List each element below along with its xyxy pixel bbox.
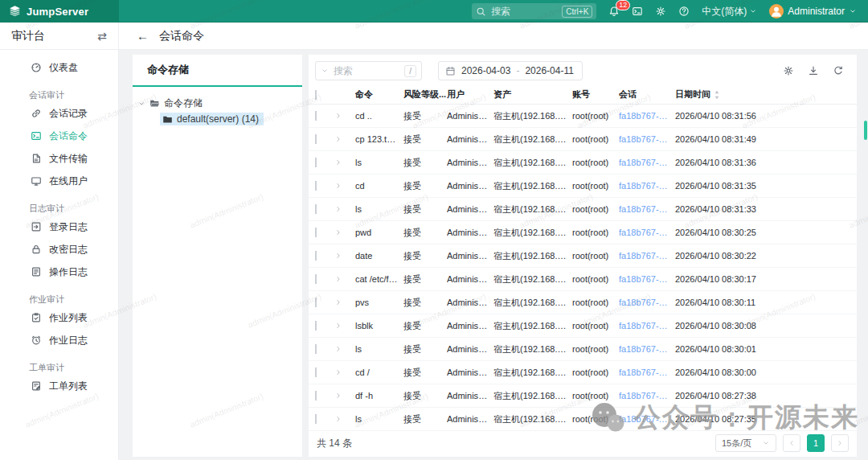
row-checkbox[interactable] <box>315 181 317 191</box>
cell-asset: 宿主机(192.168.2.5) <box>493 133 572 146</box>
language-selector[interactable]: 中文(简体) <box>702 5 757 18</box>
table-row: cd / 接受 Administrat... 宿主机(192.168.2.5) … <box>309 361 857 384</box>
row-expand-chevron-icon[interactable] <box>334 392 355 400</box>
row-expand-chevron-icon[interactable] <box>334 182 355 190</box>
cell-session-link[interactable]: fa18b767-d... <box>619 158 675 167</box>
settings-button[interactable] <box>655 6 666 17</box>
row-checkbox[interactable] <box>315 111 317 121</box>
row-checkbox[interactable] <box>315 298 317 307</box>
table-row: pwd 接受 Administrat... 宿主机(192.168.2.5) r… <box>309 221 857 244</box>
chevron-down-icon <box>849 7 857 15</box>
cell-user: Administrat... <box>447 368 493 377</box>
sidebar-item-password-log[interactable]: 改密日志 <box>0 238 118 261</box>
cell-session-link[interactable]: fa18b767-d... <box>619 204 675 214</box>
row-expand-chevron-icon[interactable] <box>334 415 355 423</box>
sidebar-item-ticket-list[interactable]: 工单列表 <box>0 375 118 397</box>
cell-account: root(root) <box>572 134 619 144</box>
console-switch-icon[interactable]: ⇄ <box>97 30 107 43</box>
cell-session-link[interactable]: fa18b767-d... <box>619 298 675 307</box>
row-expand-chevron-icon[interactable] <box>334 158 355 166</box>
date-range-picker[interactable]: 2026-04-03 - 2026-04-11 <box>438 61 583 80</box>
row-expand-chevron-icon[interactable] <box>334 298 355 306</box>
table-search-input[interactable]: 搜索 / <box>315 61 422 80</box>
sidebar-item-session-link[interactable]: 会话记录 <box>0 102 118 125</box>
cell-session-link[interactable]: fa18b767-d... <box>619 274 675 284</box>
sidebar-item-operation-log[interactable]: 操作日志 <box>0 261 118 283</box>
tree-node-root[interactable]: 命令存储 <box>137 97 297 110</box>
cell-risk: 接受 <box>403 110 447 122</box>
row-checkbox[interactable] <box>315 274 317 284</box>
tree-node-default-server[interactable]: default(server) (14) <box>160 113 264 125</box>
sidebar-item-job-log[interactable]: 作业日志 <box>0 329 118 351</box>
sidebar-item-file-transfer[interactable]: 文件传输 <box>0 147 118 170</box>
brand-logo[interactable]: JumpServer <box>0 0 119 23</box>
row-expand-chevron-icon[interactable] <box>334 322 355 330</box>
row-checkbox[interactable] <box>315 251 317 261</box>
avatar <box>769 4 784 18</box>
cell-command: lsblk <box>355 321 403 331</box>
cell-datetime: 2026/04/10 08:30:00 <box>675 368 850 377</box>
row-checkbox[interactable] <box>315 344 317 354</box>
next-page-button[interactable] <box>831 434 849 452</box>
row-expand-chevron-icon[interactable] <box>334 112 355 120</box>
sidebar-item-online-users[interactable]: 在线用户 <box>0 170 118 192</box>
prev-page-button[interactable] <box>783 434 800 452</box>
sidebar-item-dashboard[interactable]: 仪表盘 <box>0 56 118 79</box>
cell-session-link[interactable]: fa18b767-d... <box>619 251 675 261</box>
cell-session-link[interactable]: fa18b767-d... <box>619 391 675 400</box>
sidebar-item-session-command[interactable]: 会话命令 <box>0 125 118 147</box>
sidebar-item-job-list[interactable]: 作业列表 <box>0 306 118 329</box>
cell-session-link[interactable]: fa18b767-d... <box>619 181 675 191</box>
row-expand-chevron-icon[interactable] <box>334 205 355 213</box>
cell-user: Administrat... <box>447 344 493 354</box>
cell-session-link[interactable]: fa18b767-d... <box>619 111 675 121</box>
global-search-input[interactable]: 搜索 Ctrl+K <box>472 3 596 19</box>
cell-session-link[interactable]: fa18b767-d... <box>619 228 675 237</box>
session-command-icon <box>31 130 42 142</box>
back-arrow-icon[interactable]: ← <box>137 29 149 43</box>
cell-session-link[interactable]: fa18b767-d... <box>619 344 675 354</box>
row-expand-chevron-icon[interactable] <box>334 275 355 283</box>
cell-datetime: 2026/04/10 08:31:36 <box>675 158 850 167</box>
main-content: 命令存储 命令存储 default(server) (14) 搜索 / 2026… <box>120 50 868 460</box>
sort-icon[interactable] <box>714 90 720 100</box>
cell-session-link[interactable]: fa18b767-d... <box>619 368 675 377</box>
row-checkbox[interactable] <box>315 321 317 331</box>
table-settings-button[interactable] <box>783 65 794 76</box>
cell-user: Administrat... <box>447 251 493 261</box>
row-expand-chevron-icon[interactable] <box>334 135 355 143</box>
refresh-button[interactable] <box>833 65 844 76</box>
web-terminal-button[interactable] <box>632 6 643 17</box>
brand-name: JumpServer <box>27 6 88 18</box>
cell-account: root(root) <box>572 111 619 121</box>
cell-command: cp 123.txt 1... <box>355 134 403 144</box>
cell-session-link[interactable]: fa18b767-d... <box>619 414 675 424</box>
row-expand-chevron-icon[interactable] <box>334 368 355 376</box>
row-checkbox[interactable] <box>315 391 317 400</box>
row-expand-chevron-icon[interactable] <box>334 252 355 260</box>
cell-account: root(root) <box>572 298 619 307</box>
current-page-button[interactable]: 1 <box>807 434 825 452</box>
date-end-value: 2026-04-11 <box>525 65 574 76</box>
vertical-scrollbar-thumb[interactable] <box>864 121 867 140</box>
row-checkbox[interactable] <box>315 134 317 144</box>
page-title: 会话命令 <box>159 29 204 43</box>
export-download-button[interactable] <box>808 65 819 76</box>
row-expand-chevron-icon[interactable] <box>334 228 355 236</box>
cell-session-link[interactable]: fa18b767-d... <box>619 321 675 331</box>
select-all-checkbox[interactable] <box>315 90 317 100</box>
cell-session-link[interactable]: fa18b767-d... <box>619 134 675 144</box>
row-checkbox[interactable] <box>315 158 317 167</box>
row-checkbox[interactable] <box>315 414 317 424</box>
help-button[interactable] <box>678 6 690 17</box>
row-checkbox[interactable] <box>315 228 317 237</box>
row-expand-chevron-icon[interactable] <box>334 345 355 353</box>
notifications-button[interactable]: 12 <box>608 6 620 17</box>
row-checkbox[interactable] <box>315 204 317 214</box>
tree-panel-title: 命令存储 <box>133 55 302 87</box>
sidebar-item-login-log[interactable]: 登录日志 <box>0 216 118 238</box>
user-menu[interactable]: Administrator <box>769 4 857 18</box>
page-size-select[interactable]: 15条/页 <box>715 434 776 452</box>
cell-command: cd <box>355 181 403 191</box>
row-checkbox[interactable] <box>315 368 317 377</box>
